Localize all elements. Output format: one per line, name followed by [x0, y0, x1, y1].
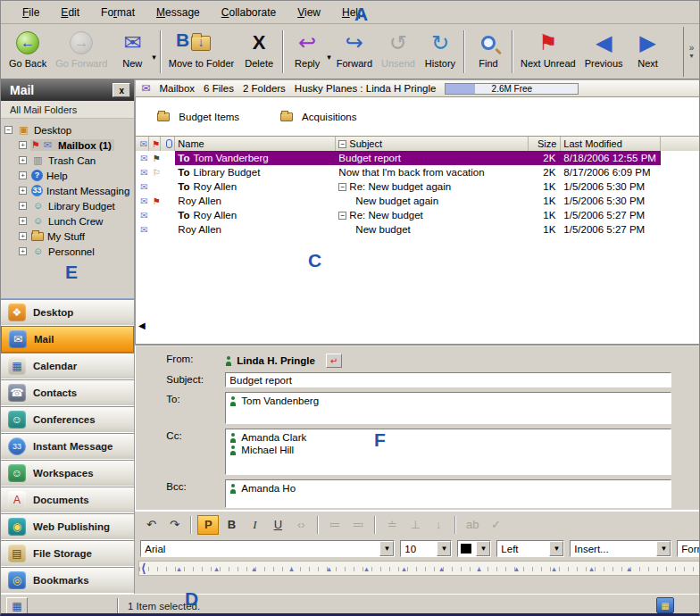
subject-field[interactable]: Budget report	[225, 372, 671, 387]
insert-rule-button: ≐	[381, 515, 403, 535]
dropdown-arrow-icon[interactable]: ▾	[327, 53, 331, 62]
italic-button[interactable]: I	[244, 515, 265, 535]
tree-item-help[interactable]: +?Help	[4, 168, 132, 183]
paragraph-style-button[interactable]: P	[197, 515, 219, 535]
sidebar-close-button[interactable]: x	[112, 83, 130, 97]
sidebar-item-calendar[interactable]: ▦Calendar	[1, 353, 134, 379]
envelope-column-icon[interactable]: ✉	[136, 137, 149, 151]
font-size-arrow-icon[interactable]: ▼	[437, 541, 451, 556]
sidebar-item-documents[interactable]: ADocuments	[1, 487, 134, 513]
sidebar-item-desktop[interactable]: ❖Desktop	[1, 299, 134, 326]
message-row[interactable]: ✉Roy AllenNew budget1K1/5/2006 5:27 PM	[136, 222, 700, 237]
reply-button[interactable]: ↩Reply	[287, 27, 328, 77]
column-subject[interactable]: −Subject	[336, 137, 529, 151]
column-menu-icon[interactable]: ≡	[661, 137, 700, 151]
cc-field[interactable]: Amanda ClarkMichael Hill	[225, 429, 671, 475]
tree-expander-icon[interactable]: +	[19, 171, 27, 179]
sidebar-item-mail[interactable]: ✉Mail	[1, 326, 134, 353]
sidebar-item-bookmarks[interactable]: ◎Bookmarks	[1, 567, 134, 594]
new-button[interactable]: ✉New	[112, 27, 153, 77]
font-size-select[interactable]: 10▼	[400, 540, 452, 557]
alignment-arrow-icon[interactable]: ▼	[549, 541, 563, 556]
sidebar-item-web-publishing[interactable]: ◉Web Publishing	[1, 513, 134, 540]
message-row[interactable]: ✉⚐ToLibrary BudgetNow that I'm back from…	[136, 165, 700, 179]
forward-button[interactable]: ↪Forward	[332, 27, 377, 77]
font-family-arrow-icon[interactable]: ▼	[379, 541, 394, 556]
folder-chip-acquisitions[interactable]: Acquisitions	[280, 112, 356, 122]
panel-toggle-icon[interactable]: ▦	[6, 597, 28, 615]
underline-button[interactable]: U	[267, 515, 288, 535]
bcc-field[interactable]: Amanda Ho	[225, 479, 671, 508]
from-options-button[interactable]: ↵	[326, 354, 342, 368]
message-row[interactable]: ✉⚑ToTom VanderbergBudget report2K8/18/20…	[136, 151, 700, 165]
next-unread-button[interactable]: ⚑Next Unread	[516, 27, 580, 77]
message-row[interactable]: ✉ToRoy Allen−Re: New budget1K1/5/2006 5:…	[136, 208, 700, 222]
sidebar-collapse-handle[interactable]: ◀	[138, 320, 146, 330]
tree-expander-icon[interactable]: +	[19, 217, 27, 225]
menu-view[interactable]: View	[288, 4, 329, 21]
delete-button[interactable]: XDelete	[238, 27, 279, 77]
next-button[interactable]: ▶Next	[628, 27, 669, 77]
tree-item-trash-can[interactable]: +▥Trash Can	[4, 153, 132, 168]
redo-button[interactable]: ↷	[163, 515, 185, 535]
tree-expander-icon[interactable]: −	[4, 126, 12, 134]
dropdown-arrow-icon[interactable]: ▾	[152, 53, 156, 62]
previous-button[interactable]: ◀Previous	[580, 27, 628, 77]
menu-format[interactable]: Format	[92, 4, 144, 21]
ruler-left-margin-marker[interactable]: ⟨	[141, 562, 146, 575]
tree-item-mailbox-1-[interactable]: +⚑✉Mailbox (1)	[4, 137, 132, 153]
history-button[interactable]: ↻History	[420, 27, 461, 77]
all-mail-folders-selector[interactable]: All Mail Folders	[1, 101, 134, 119]
tree-expander-icon[interactable]: +	[19, 202, 27, 210]
menu-file[interactable]: File	[13, 4, 48, 21]
font-color-arrow-icon[interactable]: ▼	[476, 541, 490, 556]
sidebar-item-contacts[interactable]: ☎Contacts	[1, 379, 134, 406]
font-family-select[interactable]: Arial▼	[140, 540, 395, 557]
sidebar-item-conferences[interactable]: ☺Conferences	[1, 406, 134, 433]
thread-collapse-icon[interactable]: −	[338, 212, 346, 220]
go-back-button[interactable]: ←Go Back	[4, 27, 51, 77]
tree-item-personnel[interactable]: +☺Personnel	[4, 244, 132, 259]
to-field[interactable]: Tom Vandenberg	[225, 392, 671, 424]
message-row[interactable]: ✉⚑Roy AllenNew budget again1K1/5/2006 5:…	[136, 194, 700, 208]
alignment-select[interactable]: Left▼	[496, 540, 564, 557]
folder-chip-label: Budget Items	[179, 112, 239, 122]
font-color-select[interactable]: ▼	[457, 540, 491, 557]
tree-item-desktop[interactable]: −▣Desktop	[4, 122, 132, 137]
quick-correct-button: ab	[462, 515, 483, 535]
undo-button[interactable]: ↶	[140, 515, 162, 535]
collapse-threads-icon[interactable]: −	[338, 140, 346, 148]
sidebar-item-instant-message[interactable]: 33Instant Message	[1, 433, 134, 460]
details-view-icon[interactable]: ▦	[656, 597, 674, 613]
ruler[interactable]: ⟨ ⟩ ▴▴▴▴▴▴▴▴▴▴▴▴▴	[138, 561, 700, 576]
flag-column-icon[interactable]: ⚑	[149, 137, 161, 151]
bold-button[interactable]: B	[221, 515, 242, 535]
menu-collaborate[interactable]: Collaborate	[212, 4, 285, 21]
menu-edit[interactable]: Edit	[52, 4, 88, 21]
insert-select[interactable]: Insert...▼	[570, 540, 671, 557]
tree-item-library-budget[interactable]: +☺Library Budget	[4, 198, 132, 213]
attachment-column-icon[interactable]	[161, 137, 175, 151]
tree-expander-icon[interactable]: +	[19, 141, 27, 149]
column-modified[interactable]: Last Modified	[561, 137, 661, 151]
toolbar-overflow-button[interactable]: »▾	[683, 27, 697, 77]
menu-message[interactable]: Message	[147, 4, 209, 21]
find-button[interactable]: Find	[468, 27, 509, 77]
tree-expander-icon[interactable]: +	[19, 232, 27, 240]
thread-collapse-icon[interactable]: −	[338, 183, 346, 191]
message-row[interactable]: ✉ToRoy Allen−Re: New budget again1K1/5/2…	[136, 179, 700, 194]
tree-expander-icon[interactable]: +	[19, 156, 27, 164]
insert-arrow-icon[interactable]: ▼	[656, 541, 671, 556]
column-name[interactable]: Name	[175, 137, 336, 151]
tree-item-instant-messaging[interactable]: +33Instant Messaging	[4, 183, 132, 198]
tree-item-lunch-crew[interactable]: +☺Lunch Crew	[4, 213, 132, 229]
tree-expander-icon[interactable]: +	[19, 187, 27, 195]
sidebar-item-workspaces[interactable]: ☺Workspaces	[1, 460, 134, 487]
sidebar-item-file-storage[interactable]: ▤File Storage	[1, 540, 134, 567]
format-select[interactable]: Format...	[677, 540, 700, 557]
column-size[interactable]: Size	[529, 137, 561, 151]
tree-item-my-stuff[interactable]: +My Stuff	[4, 229, 132, 244]
from-value[interactable]: Linda H. Pringle	[237, 355, 315, 366]
folder-chip-budget-items[interactable]: Budget Items	[157, 112, 239, 122]
tree-expander-icon[interactable]: +	[19, 247, 27, 255]
